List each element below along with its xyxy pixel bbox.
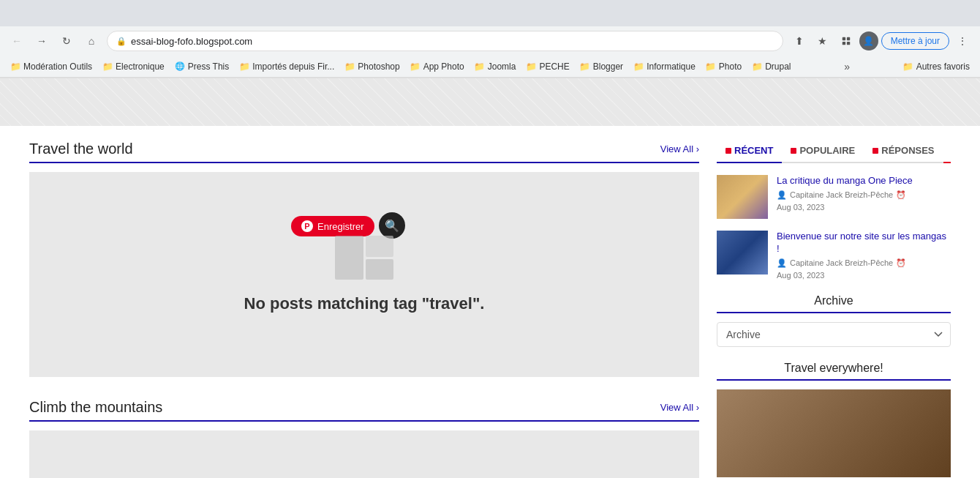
- bookmark-label: Photo: [719, 61, 742, 72]
- user-icon-1: 👤: [777, 190, 787, 200]
- climb-content-box: [29, 430, 699, 478]
- post-date-2: Aug 03, 2023: [777, 271, 824, 280]
- nav-actions: ⬆ ★ 👤 Mettre à jour ⋮: [789, 31, 973, 51]
- profile-button[interactable]: 👤: [859, 31, 878, 51]
- mosaic-placeholder: [335, 236, 393, 280]
- archive-select[interactable]: Archive: [717, 322, 951, 347]
- post-thumb-1: [717, 175, 768, 219]
- extensions-button[interactable]: [836, 31, 856, 51]
- post-date-1: Aug 03, 2023: [777, 203, 824, 212]
- bookmark-press-this[interactable]: 🌐 Press This: [170, 60, 233, 73]
- page-header: [0, 78, 980, 126]
- tab-recent-label: RÉCENT: [734, 145, 773, 156]
- climb-title: Climb the mountains: [29, 399, 162, 416]
- folder-icon: 📁: [239, 61, 249, 72]
- post-thumb-2: [717, 231, 768, 275]
- tab-dot-popular: [791, 148, 796, 154]
- no-posts-message: No posts matching tag "travel".: [244, 294, 485, 313]
- bookmark-label: Informatique: [647, 61, 696, 72]
- bookmark-photoshop[interactable]: 📁 Photoshop: [340, 60, 404, 73]
- mosaic-cell: [335, 236, 363, 280]
- home-button[interactable]: ⌂: [82, 31, 101, 51]
- svg-rect-0: [842, 37, 845, 40]
- travel-section-header: Travel the world View All ›: [29, 141, 699, 163]
- bookmark-label: App Photo: [423, 61, 464, 72]
- climb-section: Climb the mountains View All ›: [29, 399, 699, 478]
- update-button[interactable]: Mettre à jour: [881, 32, 949, 50]
- sidebar: RÉCENT POPULAIRE RÉPONSES La critique du…: [717, 141, 951, 478]
- bookmark-label: PECHE: [539, 61, 569, 72]
- climb-section-header: Climb the mountains View All ›: [29, 399, 699, 422]
- post-author-2: Capitaine Jack Breizh-Pêche: [790, 258, 893, 267]
- widget-bg: [717, 389, 951, 477]
- post-info-2: Bienvenue sur notre site sur les mangas …: [777, 231, 951, 280]
- recent-post-2: Bienvenue sur notre site sur les mangas …: [717, 231, 951, 280]
- tab-responses[interactable]: RÉPONSES: [864, 141, 943, 163]
- archive-section: Archive Archive: [717, 294, 951, 347]
- post-meta-1: 👤 Capitaine Jack Breizh-Pêche ⏰ Aug 03, …: [777, 190, 951, 212]
- tab-recent[interactable]: RÉCENT: [717, 141, 782, 163]
- post-title-2[interactable]: Bienvenue sur notre site sur les mangas …: [777, 231, 951, 255]
- url-text: essai-blog-fofo.blogspot.com: [131, 36, 774, 47]
- content-area: Travel the world View All › P Enregistre…: [29, 141, 699, 478]
- mosaic-cell: [366, 259, 394, 280]
- nav-bar: ← → ↻ ⌂ 🔒 essai-blog-fofo.blogspot.com ⬆…: [0, 26, 980, 56]
- tab-popular[interactable]: POPULAIRE: [782, 141, 864, 163]
- widget-image-box: Vu sur Foforum: [717, 389, 951, 477]
- bookmark-app-photo[interactable]: 📁 App Photo: [406, 60, 469, 73]
- main-layout: Travel the world View All › P Enregistre…: [15, 126, 965, 478]
- widget-title: Travel everywhere!: [717, 362, 951, 381]
- more-bookmarks-btn[interactable]: »: [840, 59, 854, 74]
- widget-section: Travel everywhere! Vu sur Foforum: [717, 362, 951, 477]
- travel-title: Travel the world: [29, 141, 133, 157]
- reload-button[interactable]: ↻: [57, 31, 76, 51]
- svg-rect-3: [847, 42, 850, 45]
- climb-view-all-link[interactable]: View All ›: [660, 402, 699, 413]
- svg-rect-2: [842, 42, 845, 45]
- tab-bar: [0, 0, 980, 26]
- bookmark-informatique[interactable]: 📁 Informatique: [629, 60, 700, 73]
- share-button[interactable]: ⬆: [789, 31, 810, 51]
- bookmark-photo[interactable]: 📁 Photo: [701, 60, 746, 73]
- user-icon-2: 👤: [777, 258, 787, 268]
- folder-icon: 📁: [344, 61, 355, 72]
- menu-button[interactable]: ⋮: [952, 31, 973, 51]
- lens-icon: 🔍: [385, 219, 399, 233]
- bookmark-moderation[interactable]: 📁 Modération Outils: [6, 60, 97, 73]
- other-favs-label: Autres favoris: [916, 61, 970, 72]
- forward-button[interactable]: →: [32, 31, 51, 51]
- bookmark-joomla[interactable]: 📁 Joomla: [470, 60, 521, 73]
- search-overlay-button[interactable]: 🔍: [379, 212, 405, 239]
- tab-line-decoration: [943, 162, 951, 163]
- folder-icon: 📁: [633, 61, 644, 72]
- folder-icon: 📁: [475, 61, 485, 72]
- back-button[interactable]: ←: [7, 31, 26, 51]
- post-meta-2: 👤 Capitaine Jack Breizh-Pêche ⏰ Aug 03, …: [777, 258, 951, 280]
- address-bar[interactable]: 🔒 essai-blog-fofo.blogspot.com: [107, 31, 783, 51]
- bookmark-label: Importés depuis Fir...: [252, 61, 334, 72]
- tabs-header: RÉCENT POPULAIRE RÉPONSES: [717, 141, 951, 163]
- bookmark-drupal[interactable]: 📁 Drupal: [747, 60, 795, 73]
- bookmark-label: Press This: [188, 61, 229, 72]
- folder-icon: 📁: [580, 61, 590, 72]
- tab-responses-label: RÉPONSES: [881, 145, 934, 156]
- post-author-1: Capitaine Jack Breizh-Pêche: [790, 190, 893, 199]
- tab-dot-responses: [872, 148, 878, 154]
- puzzle-icon: [841, 36, 851, 46]
- post-title-1[interactable]: La critique du manga One Piece: [777, 175, 951, 187]
- bookmark-button[interactable]: ★: [813, 31, 833, 51]
- bookmark-peche[interactable]: 📁 PECHE: [521, 60, 573, 73]
- pinterest-save-button[interactable]: P Enregistrer: [291, 216, 374, 236]
- bookmark-blogger[interactable]: 📁 Blogger: [576, 60, 627, 73]
- folder-icon: 📁: [410, 61, 421, 72]
- travel-view-all-link[interactable]: View All ›: [660, 143, 699, 154]
- bookmark-importes[interactable]: 📁 Importés depuis Fir...: [235, 60, 339, 73]
- bookmark-electronique[interactable]: 📁 Electronique: [98, 60, 169, 73]
- folder-icon: 📁: [706, 61, 716, 72]
- bookmark-label: Drupal: [765, 61, 791, 72]
- other-favorites[interactable]: 📁 Autres favoris: [899, 60, 974, 73]
- lock-icon: 🔒: [116, 37, 127, 46]
- folder-icon: 📁: [102, 61, 113, 72]
- svg-rect-1: [847, 37, 850, 40]
- bookmark-label: Blogger: [593, 61, 623, 72]
